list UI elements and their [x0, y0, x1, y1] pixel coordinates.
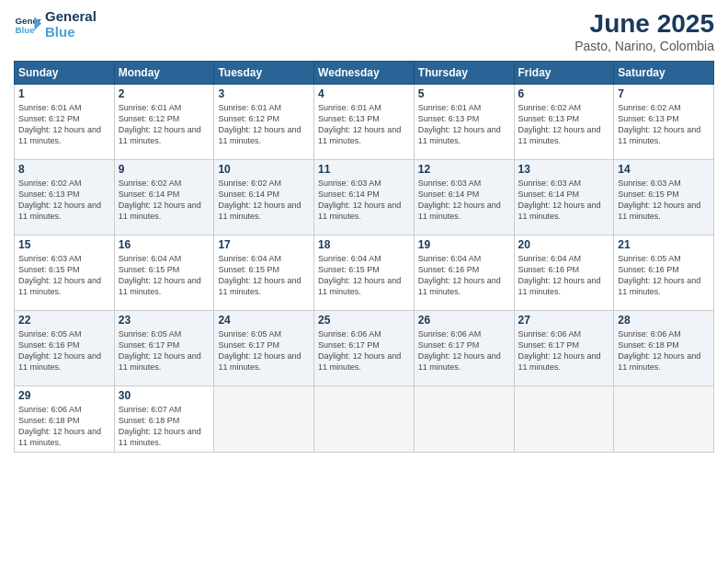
- calendar-cell: 21 Sunrise: 6:05 AMSunset: 6:16 PMDaylig…: [614, 236, 714, 311]
- day-number: 10: [218, 163, 310, 176]
- day-info: Sunrise: 6:04 AMSunset: 6:15 PMDaylight:…: [318, 253, 410, 298]
- day-info: Sunrise: 6:01 AMSunset: 6:12 PMDaylight:…: [218, 102, 310, 147]
- day-info: Sunrise: 6:07 AMSunset: 6:18 PMDaylight:…: [119, 404, 210, 449]
- calendar-cell: [314, 386, 415, 453]
- calendar-cell: [214, 386, 314, 453]
- day-info: Sunrise: 6:02 AMSunset: 6:13 PMDaylight:…: [518, 102, 610, 147]
- day-number: 3: [218, 87, 310, 100]
- day-number: 5: [418, 87, 510, 100]
- calendar-cell: 3 Sunrise: 6:01 AMSunset: 6:12 PMDayligh…: [214, 85, 314, 160]
- calendar-cell: 11 Sunrise: 6:03 AMSunset: 6:14 PMDaylig…: [314, 160, 415, 236]
- day-info: Sunrise: 6:03 AMSunset: 6:14 PMDaylight:…: [318, 178, 410, 223]
- location: Pasto, Narino, Colombia: [574, 39, 714, 53]
- day-number: 26: [418, 314, 510, 327]
- day-number: 19: [418, 238, 510, 251]
- day-number: 30: [119, 389, 210, 402]
- calendar-cell: 8 Sunrise: 6:02 AMSunset: 6:13 PMDayligh…: [15, 160, 115, 236]
- day-info: Sunrise: 6:01 AMSunset: 6:13 PMDaylight:…: [318, 102, 410, 147]
- calendar-cell: [414, 386, 514, 453]
- col-sunday: Sunday: [15, 62, 115, 85]
- day-info: Sunrise: 6:06 AMSunset: 6:17 PMDaylight:…: [418, 328, 510, 373]
- day-info: Sunrise: 6:03 AMSunset: 6:14 PMDaylight:…: [518, 178, 610, 223]
- day-info: Sunrise: 6:02 AMSunset: 6:14 PMDaylight:…: [218, 178, 310, 223]
- calendar-cell: 7 Sunrise: 6:02 AMSunset: 6:13 PMDayligh…: [614, 85, 714, 160]
- day-info: Sunrise: 6:03 AMSunset: 6:15 PMDaylight:…: [618, 178, 710, 223]
- day-info: Sunrise: 6:06 AMSunset: 6:17 PMDaylight:…: [518, 328, 610, 373]
- calendar-cell: 17 Sunrise: 6:04 AMSunset: 6:15 PMDaylig…: [214, 236, 314, 311]
- day-info: Sunrise: 6:04 AMSunset: 6:15 PMDaylight:…: [218, 253, 310, 298]
- day-info: Sunrise: 6:03 AMSunset: 6:14 PMDaylight:…: [418, 178, 510, 223]
- day-info: Sunrise: 6:03 AMSunset: 6:15 PMDaylight:…: [18, 253, 110, 298]
- col-wednesday: Wednesday: [314, 62, 415, 85]
- calendar-header-row: Sunday Monday Tuesday Wednesday Thursday…: [15, 62, 714, 85]
- calendar-cell: 1 Sunrise: 6:01 AMSunset: 6:12 PMDayligh…: [15, 85, 115, 160]
- col-saturday: Saturday: [614, 62, 714, 85]
- svg-text:Blue: Blue: [16, 25, 36, 35]
- logo-line2: Blue: [45, 25, 97, 40]
- day-info: Sunrise: 6:01 AMSunset: 6:13 PMDaylight:…: [418, 102, 510, 147]
- calendar-row: 8 Sunrise: 6:02 AMSunset: 6:13 PMDayligh…: [15, 160, 714, 236]
- day-info: Sunrise: 6:01 AMSunset: 6:12 PMDaylight:…: [18, 102, 110, 147]
- day-info: Sunrise: 6:04 AMSunset: 6:15 PMDaylight:…: [119, 253, 210, 298]
- calendar-cell: 28 Sunrise: 6:06 AMSunset: 6:18 PMDaylig…: [614, 311, 714, 386]
- calendar-table: Sunday Monday Tuesday Wednesday Thursday…: [14, 61, 714, 453]
- logo-line1: General: [45, 9, 97, 25]
- day-info: Sunrise: 6:02 AMSunset: 6:14 PMDaylight:…: [119, 178, 210, 223]
- calendar-row: 29 Sunrise: 6:06 AMSunset: 6:18 PMDaylig…: [15, 386, 714, 453]
- calendar-cell: 6 Sunrise: 6:02 AMSunset: 6:13 PMDayligh…: [514, 85, 614, 160]
- day-info: Sunrise: 6:06 AMSunset: 6:17 PMDaylight:…: [318, 328, 410, 373]
- calendar-cell: 10 Sunrise: 6:02 AMSunset: 6:14 PMDaylig…: [214, 160, 314, 236]
- day-number: 16: [119, 238, 210, 251]
- calendar-cell: 12 Sunrise: 6:03 AMSunset: 6:14 PMDaylig…: [414, 160, 514, 236]
- day-number: 14: [618, 163, 710, 176]
- calendar-cell: 9 Sunrise: 6:02 AMSunset: 6:14 PMDayligh…: [114, 160, 214, 236]
- calendar-cell: 2 Sunrise: 6:01 AMSunset: 6:12 PMDayligh…: [114, 85, 214, 160]
- col-monday: Monday: [114, 62, 214, 85]
- calendar-row: 22 Sunrise: 6:05 AMSunset: 6:16 PMDaylig…: [15, 311, 714, 386]
- calendar-row: 15 Sunrise: 6:03 AMSunset: 6:15 PMDaylig…: [15, 236, 714, 311]
- day-number: 13: [518, 163, 610, 176]
- calendar-cell: 13 Sunrise: 6:03 AMSunset: 6:14 PMDaylig…: [514, 160, 614, 236]
- calendar-cell: 23 Sunrise: 6:05 AMSunset: 6:17 PMDaylig…: [114, 311, 214, 386]
- logo: General Blue General Blue: [14, 9, 97, 40]
- day-number: 7: [618, 87, 710, 100]
- calendar-cell: 29 Sunrise: 6:06 AMSunset: 6:18 PMDaylig…: [15, 386, 115, 453]
- calendar-cell: 14 Sunrise: 6:03 AMSunset: 6:15 PMDaylig…: [614, 160, 714, 236]
- month-title: June 2025: [574, 9, 714, 39]
- calendar-cell: 30 Sunrise: 6:07 AMSunset: 6:18 PMDaylig…: [114, 386, 214, 453]
- day-info: Sunrise: 6:02 AMSunset: 6:13 PMDaylight:…: [618, 102, 710, 147]
- day-number: 11: [318, 163, 410, 176]
- calendar-cell: 5 Sunrise: 6:01 AMSunset: 6:13 PMDayligh…: [414, 85, 514, 160]
- day-number: 8: [18, 163, 110, 176]
- calendar-cell: 18 Sunrise: 6:04 AMSunset: 6:15 PMDaylig…: [314, 236, 415, 311]
- col-thursday: Thursday: [414, 62, 514, 85]
- day-number: 20: [518, 238, 610, 251]
- calendar-cell: 24 Sunrise: 6:05 AMSunset: 6:17 PMDaylig…: [214, 311, 314, 386]
- day-number: 1: [18, 87, 110, 100]
- day-number: 27: [518, 314, 610, 327]
- col-friday: Friday: [514, 62, 614, 85]
- day-number: 21: [618, 238, 710, 251]
- col-tuesday: Tuesday: [214, 62, 314, 85]
- calendar-cell: 4 Sunrise: 6:01 AMSunset: 6:13 PMDayligh…: [314, 85, 415, 160]
- calendar-cell: 19 Sunrise: 6:04 AMSunset: 6:16 PMDaylig…: [414, 236, 514, 311]
- day-number: 4: [318, 87, 410, 100]
- calendar-cell: [514, 386, 614, 453]
- day-info: Sunrise: 6:06 AMSunset: 6:18 PMDaylight:…: [18, 404, 110, 449]
- title-block: June 2025 Pasto, Narino, Colombia: [574, 9, 714, 53]
- day-number: 17: [218, 238, 310, 251]
- day-number: 22: [18, 314, 110, 327]
- day-number: 15: [18, 238, 110, 251]
- day-number: 2: [119, 87, 210, 100]
- calendar-cell: 20 Sunrise: 6:04 AMSunset: 6:16 PMDaylig…: [514, 236, 614, 311]
- day-info: Sunrise: 6:05 AMSunset: 6:16 PMDaylight:…: [18, 328, 110, 373]
- day-info: Sunrise: 6:02 AMSunset: 6:13 PMDaylight:…: [18, 178, 110, 223]
- day-info: Sunrise: 6:06 AMSunset: 6:18 PMDaylight:…: [618, 328, 710, 373]
- calendar-row: 1 Sunrise: 6:01 AMSunset: 6:12 PMDayligh…: [15, 85, 714, 160]
- day-info: Sunrise: 6:04 AMSunset: 6:16 PMDaylight:…: [418, 253, 510, 298]
- calendar-cell: 26 Sunrise: 6:06 AMSunset: 6:17 PMDaylig…: [414, 311, 514, 386]
- day-number: 29: [18, 389, 110, 402]
- day-info: Sunrise: 6:05 AMSunset: 6:17 PMDaylight:…: [119, 328, 210, 373]
- day-number: 18: [318, 238, 410, 251]
- day-number: 6: [518, 87, 610, 100]
